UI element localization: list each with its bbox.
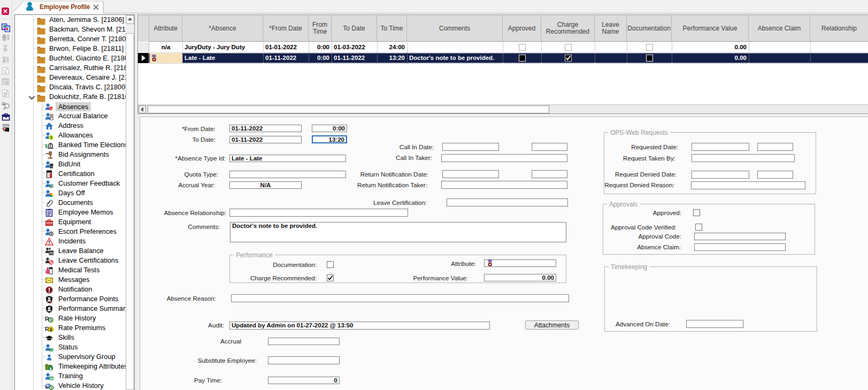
svg-text:$: $ [50, 326, 52, 332]
svg-text:$: $ [50, 135, 52, 140]
svg-text:$: $ [45, 143, 48, 149]
svg-text:P: P [50, 300, 53, 304]
